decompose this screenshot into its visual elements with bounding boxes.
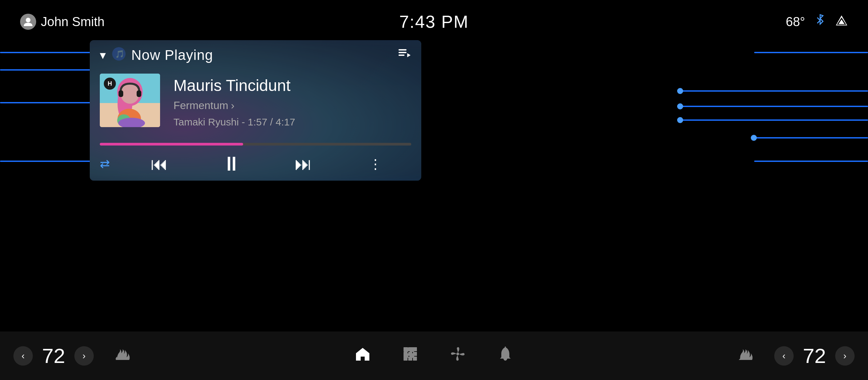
track-name: Mauris Tincidunt — [174, 76, 411, 95]
decorative-dot-right-4 — [677, 117, 683, 123]
status-bar: John Smith 7:43 PM 68° — [0, 0, 868, 43]
progress-bar[interactable] — [100, 143, 411, 145]
collapse-button[interactable]: ▾ — [100, 48, 106, 62]
track-album[interactable]: Fermentum › — [174, 99, 411, 112]
decorative-line-right-1 — [754, 52, 868, 53]
album-chevron-icon: › — [231, 99, 235, 112]
fan-icon[interactable] — [449, 345, 466, 367]
track-area: H Mauris Tincidunt Fermentum › Tamaki Ry… — [90, 70, 421, 143]
svg-rect-26 — [404, 352, 407, 356]
decorative-line-right-2 — [680, 90, 868, 92]
decorative-line-right-6 — [754, 161, 868, 162]
bottom-bar: ‹ 72 › — [0, 332, 868, 380]
svg-rect-14 — [136, 90, 141, 97]
svg-rect-25 — [413, 347, 417, 351]
next-button[interactable]: ⏭ — [267, 154, 339, 174]
svg-rect-24 — [408, 347, 412, 351]
pause-button[interactable]: ⏸ — [195, 152, 267, 175]
svg-rect-28 — [413, 352, 417, 356]
user-name: John Smith — [41, 15, 104, 29]
album-art: H — [100, 74, 160, 127]
svg-rect-7 — [399, 52, 407, 53]
track-info: Mauris Tincidunt Fermentum › Tamaki Ryus… — [174, 74, 411, 128]
repeat-button[interactable]: ⇄ — [100, 157, 110, 171]
decorative-line-right-4 — [680, 119, 868, 121]
status-time: 7:43 PM — [399, 12, 469, 32]
svg-rect-23 — [404, 347, 407, 351]
left-temp-increase[interactable]: › — [74, 346, 94, 366]
svg-rect-29 — [404, 356, 407, 360]
bell-icon[interactable] — [497, 345, 514, 367]
progress-container[interactable] — [90, 143, 421, 145]
left-temp-decrease[interactable]: ‹ — [13, 346, 33, 366]
svg-rect-30 — [408, 356, 412, 360]
headphone-badge: H — [104, 78, 116, 90]
card-content: ▾ 🎵 Now Playing — [90, 40, 421, 181]
status-icons: 68° — [786, 14, 848, 30]
decorative-line-right-3 — [680, 106, 868, 107]
music-player-card: ▾ 🎵 Now Playing — [90, 40, 421, 181]
decorative-line-right-5 — [754, 137, 868, 138]
svg-point-0 — [26, 18, 30, 23]
svg-marker-9 — [407, 53, 410, 57]
queue-icon[interactable] — [398, 47, 411, 64]
left-temp-value: 72 — [37, 344, 70, 368]
right-temp-control: ‹ 72 › — [774, 344, 855, 368]
svg-point-32 — [457, 353, 459, 355]
left-temp-control: ‹ 72 › — [13, 344, 94, 368]
svg-rect-13 — [119, 90, 123, 97]
decorative-line-left-1 — [0, 52, 100, 53]
svg-text:🎵: 🎵 — [115, 49, 125, 59]
now-playing-title: Now Playing — [131, 47, 213, 63]
right-temp-increase[interactable]: › — [835, 346, 855, 366]
left-heater-icon[interactable] — [114, 345, 131, 367]
svg-rect-27 — [408, 352, 412, 356]
progress-fill — [100, 143, 243, 145]
user-info: John Smith — [20, 14, 104, 30]
right-heater-icon[interactable] — [737, 345, 754, 367]
right-temp-decrease[interactable]: ‹ — [774, 346, 794, 366]
music-note-icon: 🎵 — [112, 47, 126, 64]
playback-controls: ⇄ ⏮ ⏸ ⏭ ⋮ — [90, 149, 421, 181]
user-avatar — [20, 14, 36, 30]
svg-rect-6 — [399, 49, 407, 50]
decorative-line-left-3 — [0, 102, 90, 103]
apps-icon[interactable] — [402, 345, 419, 367]
decorative-line-left-4 — [0, 161, 97, 162]
decorative-dot-right-5 — [751, 135, 757, 141]
signal-icon — [835, 14, 848, 30]
bluetooth-icon — [814, 14, 826, 30]
previous-button[interactable]: ⏮ — [123, 154, 195, 174]
decorative-dot-right-2 — [677, 88, 683, 94]
center-nav-icons — [148, 345, 720, 367]
card-header: ▾ 🎵 Now Playing — [90, 40, 421, 70]
svg-rect-8 — [399, 55, 405, 56]
right-temp-value: 72 — [798, 344, 831, 368]
svg-rect-31 — [413, 356, 417, 360]
decorative-dot-right-3 — [677, 103, 683, 109]
temperature-display: 68° — [786, 15, 805, 29]
more-options-button[interactable]: ⋮ — [339, 156, 411, 172]
track-artist-time: Tamaki Ryushi - 1:57 / 4:17 — [174, 116, 411, 128]
home-icon[interactable] — [354, 345, 371, 367]
album-art-inner: H — [100, 74, 160, 127]
